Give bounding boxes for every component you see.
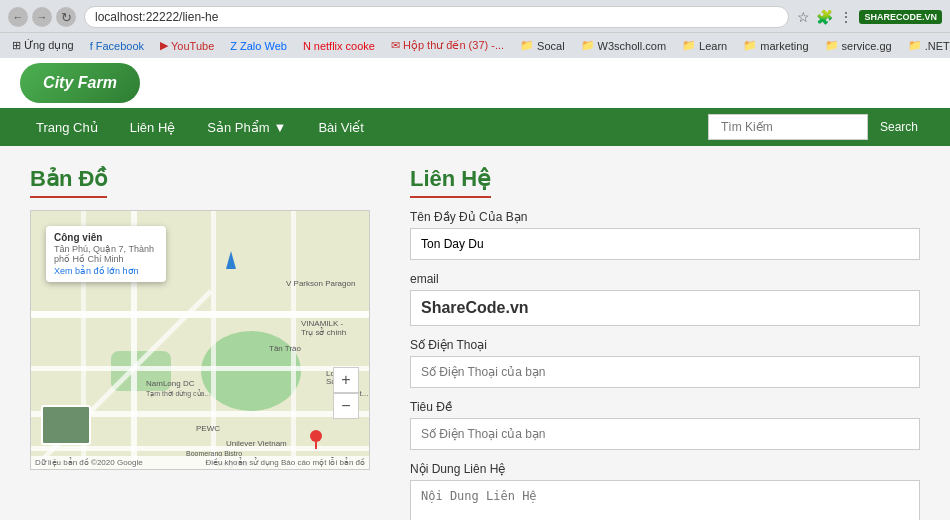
input-message[interactable] xyxy=(410,480,920,520)
map-container[interactable]: NamLong DC Tạm thời dừng của... PEWC Uni… xyxy=(30,210,370,470)
contact-section: Liên Hệ Tên Đầy Đủ Của Bạn email Số Điện… xyxy=(410,166,920,520)
star-icon[interactable]: ☆ xyxy=(797,9,810,25)
map-section: Bản Đồ xyxy=(30,166,370,520)
svg-rect-9 xyxy=(291,211,296,470)
search-area: Search xyxy=(708,114,930,140)
label-email: email xyxy=(410,272,920,286)
map-popup: Công viên Tân Phú, Quận 7, Thành phố Hồ … xyxy=(46,226,166,282)
logo-image: City Farm xyxy=(20,63,140,103)
map-footer-left: Dữ liệu bản đồ ©2020 Google xyxy=(35,458,143,467)
bookmarks-bar: ⊞ Ứng dụng f Facebook ▶ YouTube Z Zalo W… xyxy=(0,32,950,58)
zoom-in-button[interactable]: + xyxy=(333,367,359,393)
zoom-out-button[interactable]: − xyxy=(333,393,359,419)
search-button[interactable]: Search xyxy=(868,114,930,140)
popup-subtitle: Tân Phú, Quận 7, Thành phố Hồ Chí Minh xyxy=(54,244,158,264)
input-phone[interactable] xyxy=(410,356,920,388)
bookmark-zalo[interactable]: Z Zalo Web xyxy=(226,38,291,54)
svg-text:Unilever Vietnam: Unilever Vietnam xyxy=(226,439,287,448)
bookmark-youtube[interactable]: ▶ YouTube xyxy=(156,37,218,54)
main-content: Bản Đồ xyxy=(0,146,950,520)
field-email: email xyxy=(410,272,920,326)
refresh-button[interactable]: ↻ xyxy=(56,7,76,27)
forward-button[interactable]: → xyxy=(32,7,52,27)
map-footer-right: Điều khoản sử dụng Báo cáo một lỗi bản đ… xyxy=(205,458,365,467)
svg-text:PEWC: PEWC xyxy=(196,424,220,433)
nav-links: Trang Chủ Liên Hệ Sản Phẩm ▼ Bài Viết xyxy=(20,112,380,143)
label-phone: Số Điện Thoại xyxy=(410,338,920,352)
site-header: City Farm xyxy=(0,58,950,108)
label-tieu-de: Tiêu Đề xyxy=(410,400,920,414)
bookmark-learn[interactable]: 📁 Learn xyxy=(678,37,731,54)
input-tieu-de[interactable] xyxy=(410,418,920,450)
nav-lien-he[interactable]: Liên Hệ xyxy=(114,112,192,143)
settings-icon[interactable]: ⋮ xyxy=(839,9,853,25)
bookmark-netflix[interactable]: N netflix cooke xyxy=(299,38,379,54)
bookmark-facebook[interactable]: f Facebook xyxy=(86,38,148,54)
label-message: Nội Dung Liên Hệ xyxy=(410,462,920,476)
svg-text:Tân Trào: Tân Trào xyxy=(269,344,302,353)
browser-chrome: ← → ↻ localhost:22222/lien-he ☆ 🧩 ⋮ SHAR… xyxy=(0,0,950,58)
browser-top-bar: ← → ↻ localhost:22222/lien-he ☆ 🧩 ⋮ SHAR… xyxy=(0,0,950,32)
satellite-thumbnail[interactable] xyxy=(41,405,91,445)
label-ten-day-du: Tên Đầy Đủ Của Bạn xyxy=(410,210,920,224)
input-ten-day-du[interactable] xyxy=(410,228,920,260)
bookmark-net[interactable]: 📁 .NET documents xyxy=(904,37,950,54)
nav-san-pham[interactable]: Sản Phẩm ▼ xyxy=(191,112,302,143)
site-logo: City Farm xyxy=(20,63,140,103)
popup-link[interactable]: Xem bản đồ lớn hơn xyxy=(54,266,158,276)
search-input[interactable] xyxy=(708,114,868,140)
url-text: localhost:22222/lien-he xyxy=(95,10,218,24)
bookmark-marketing[interactable]: 📁 marketing xyxy=(739,37,812,54)
field-phone: Số Điện Thoại xyxy=(410,338,920,388)
nav-bar: Trang Chủ Liên Hệ Sản Phẩm ▼ Bài Viết Se… xyxy=(0,108,950,146)
bookmark-gmail[interactable]: ✉ Hộp thư đến (37) -... xyxy=(387,37,508,54)
map-section-title: Bản Đồ xyxy=(30,166,107,198)
bookmark-apps[interactable]: ⊞ Ứng dụng xyxy=(8,37,78,54)
nav-bai-viet[interactable]: Bài Viết xyxy=(302,112,379,143)
sharecode-badge: SHARECODE.VN xyxy=(859,10,942,24)
field-message: Nội Dung Liên Hệ xyxy=(410,462,920,520)
logo-text: City Farm xyxy=(43,74,117,92)
svg-text:NamLong DC: NamLong DC xyxy=(146,379,195,388)
browser-icons: ☆ 🧩 ⋮ SHARECODE.VN xyxy=(797,9,942,25)
dropdown-arrow-icon: ▼ xyxy=(274,120,287,135)
svg-text:VINAMILK -: VINAMILK - xyxy=(301,319,344,328)
address-bar[interactable]: localhost:22222/lien-he xyxy=(84,6,789,28)
browser-nav-buttons: ← → ↻ xyxy=(8,7,76,27)
contact-section-title: Liên Hệ xyxy=(410,166,491,198)
site-content: City Farm Trang Chủ Liên Hệ Sản Phẩm ▼ B… xyxy=(0,58,950,520)
back-button[interactable]: ← xyxy=(8,7,28,27)
popup-title: Công viên xyxy=(54,232,158,243)
nav-trang-chu[interactable]: Trang Chủ xyxy=(20,112,114,143)
field-ten-day-du: Tên Đầy Đủ Của Bạn xyxy=(410,210,920,260)
extension-icon[interactable]: 🧩 xyxy=(816,9,833,25)
bookmark-w3[interactable]: 📁 W3scholl.com xyxy=(577,37,670,54)
svg-text:Tạm thời dừng của...: Tạm thời dừng của... xyxy=(146,389,210,398)
bookmark-service[interactable]: 📁 service.gg xyxy=(821,37,896,54)
bookmark-socal[interactable]: 📁 Socal xyxy=(516,37,569,54)
map-controls: + − xyxy=(333,367,359,419)
map-footer: Dữ liệu bản đồ ©2020 Google Điều khoản s… xyxy=(31,456,369,469)
input-email[interactable] xyxy=(410,290,920,326)
field-title: Tiêu Đề xyxy=(410,400,920,450)
svg-text:V Parkson Paragon: V Parkson Paragon xyxy=(286,279,355,288)
svg-text:Trụ sở chính: Trụ sở chính xyxy=(301,327,346,337)
